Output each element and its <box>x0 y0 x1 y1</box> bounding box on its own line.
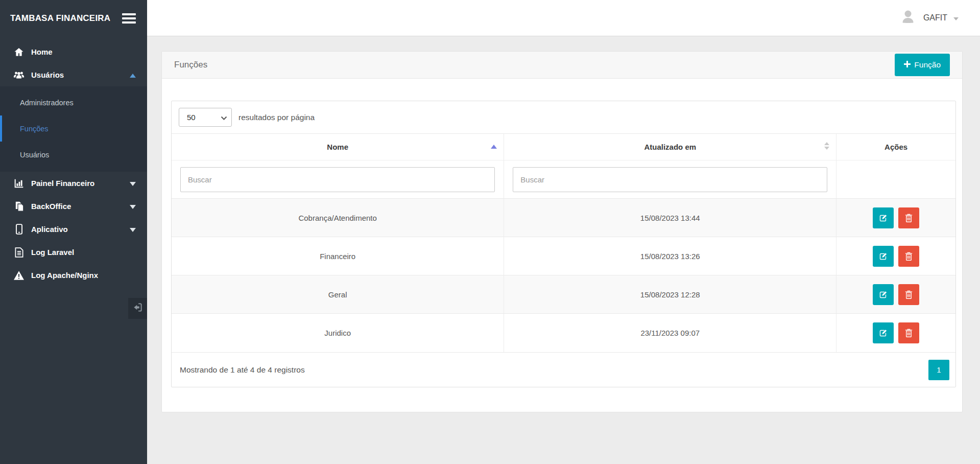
add-funcao-button[interactable]: Função <box>895 54 950 76</box>
sidebar-subitem-administradores[interactable]: Administradores <box>0 89 147 115</box>
avatar-icon <box>899 8 917 28</box>
cell-atualizado-em: 23/11/2023 09:07 <box>504 314 836 352</box>
column-header-atualizado-em[interactable]: Atualizado em <box>504 134 836 160</box>
top-navbar: GAFIT <box>147 0 980 36</box>
caret-down-icon <box>130 225 136 234</box>
sidebar-subitem-usuarios[interactable]: Usuários <box>0 142 147 168</box>
sidebar-item-label: Log Apache/Nginx <box>31 271 98 280</box>
bar-chart-icon <box>13 178 25 189</box>
sidebar-subitem-funcoes[interactable]: Funções <box>0 115 147 142</box>
column-header-nome[interactable]: Nome <box>172 134 504 160</box>
cell-atualizado-em: 15/08/2023 12:28 <box>504 275 836 314</box>
sidebar-subitem-label: Usuários <box>20 151 49 159</box>
table-header-row: Nome Atualizado em Ações <box>172 134 955 160</box>
table-row: Cobrança/Atendimento 15/08/2023 13:44 <box>172 199 955 237</box>
content-area: Funções Função 50 <box>147 36 980 464</box>
sidebar-item-label: Log Laravel <box>31 248 74 257</box>
funcoes-card: Funções Função 50 <box>161 51 963 412</box>
cell-nome: Financeiro <box>172 237 504 275</box>
sidebar-item-usuarios[interactable]: Usuários <box>0 63 147 86</box>
delete-button[interactable] <box>898 246 919 267</box>
caret-down-icon <box>130 202 136 211</box>
sidebar-item-aplicativo[interactable]: Aplicativo <box>0 218 147 241</box>
column-header-acoes: Ações <box>836 134 955 160</box>
page-length-select-wrap: 50 <box>179 108 232 127</box>
sidebar-subitem-label: Funções <box>20 125 49 133</box>
sort-asc-icon <box>491 145 497 149</box>
cell-nome: Cobrança/Atendimento <box>172 199 504 237</box>
caret-down-icon <box>953 13 959 22</box>
sidebar-nav: Home Usuários Administradores Funções <box>0 40 147 287</box>
table-row: Geral 15/08/2023 12:28 <box>172 275 955 314</box>
file-text-icon <box>13 247 25 258</box>
copy-icon <box>13 201 25 212</box>
page-length-label: resultados por página <box>238 113 315 122</box>
sidebar-subitem-label: Administradores <box>20 99 74 107</box>
sidebar-item-log-laravel[interactable]: Log Laravel <box>0 241 147 264</box>
sidebar-item-label: Home <box>31 48 53 56</box>
sidebar-item-backoffice[interactable]: BackOffice <box>0 195 147 218</box>
delete-button[interactable] <box>898 207 919 228</box>
sidebar-brand: TAMBASA FINANCEIRA <box>0 0 147 36</box>
page-title: Funções <box>174 60 207 70</box>
sidebar-item-label: Aplicativo <box>31 225 68 234</box>
mobile-icon <box>13 224 25 235</box>
sidebar-item-label: BackOffice <box>31 202 71 211</box>
username-label: GAFIT <box>923 13 947 22</box>
records-info: Mostrando de 1 até 4 de 4 registros <box>180 365 305 375</box>
cell-nome: Juridico <box>172 314 504 352</box>
sidebar-item-painel-financeiro[interactable]: Painel Financeiro <box>0 172 147 195</box>
sidebar-item-label: Painel Financeiro <box>31 179 94 188</box>
sidebar-submenu-usuarios: Administradores Funções Usuários <box>0 86 147 172</box>
delete-button[interactable] <box>898 322 919 343</box>
datatable-panel: 50 resultados por página <box>171 101 956 387</box>
hamburger-menu-icon[interactable] <box>122 13 136 24</box>
active-indicator-bar <box>0 115 2 142</box>
sort-unsorted-icon <box>824 142 829 150</box>
table-footer: Mostrando de 1 até 4 de 4 registros 1 <box>172 352 955 387</box>
home-icon <box>13 47 25 58</box>
sidebar-item-home[interactable]: Home <box>0 40 147 63</box>
edit-button[interactable] <box>873 246 894 267</box>
add-button-label: Função <box>914 60 941 69</box>
edit-button[interactable] <box>873 284 894 305</box>
warning-icon <box>13 270 25 281</box>
delete-button[interactable] <box>898 284 919 305</box>
user-menu[interactable]: GAFIT <box>899 8 959 28</box>
search-nome-input[interactable] <box>180 167 495 192</box>
caret-up-icon <box>130 71 136 79</box>
cell-nome: Geral <box>172 275 504 314</box>
plus-icon <box>904 60 911 69</box>
table-row: Financeiro 15/08/2023 13:26 <box>172 237 955 275</box>
sidebar-item-label: Usuários <box>31 71 64 79</box>
filter-empty-cell <box>836 160 955 199</box>
sidebar: TAMBASA FINANCEIRA Home Usuários <box>0 0 147 464</box>
funcoes-table: Nome Atualizado em Ações <box>172 133 955 352</box>
card-header: Funções Função <box>162 52 962 79</box>
edit-button[interactable] <box>873 322 894 343</box>
sidebar-item-log-apache-nginx[interactable]: Log Apache/Nginx <box>0 264 147 287</box>
brand-title: TAMBASA FINANCEIRA <box>10 13 110 24</box>
search-atualizado-input[interactable] <box>513 167 827 192</box>
edit-button[interactable] <box>873 207 894 228</box>
pagination-page-1-button[interactable]: 1 <box>928 360 949 380</box>
page-length-row: 50 resultados por página <box>172 101 955 133</box>
sign-out-icon <box>133 303 142 314</box>
cell-atualizado-em: 15/08/2023 13:26 <box>504 237 836 275</box>
card-body: 50 resultados por página <box>162 79 962 412</box>
table-row: Juridico 23/11/2023 09:07 <box>172 314 955 352</box>
app-root: TAMBASA FINANCEIRA Home Usuários <box>0 0 980 464</box>
table-filter-row <box>172 160 955 199</box>
caret-down-icon <box>130 179 136 188</box>
page-length-select[interactable]: 50 <box>179 108 232 127</box>
sign-out-toggle-button[interactable] <box>128 298 147 319</box>
main-area: GAFIT Funções Função <box>147 0 980 464</box>
cell-atualizado-em: 15/08/2023 13:44 <box>504 199 836 237</box>
users-icon <box>13 69 25 81</box>
